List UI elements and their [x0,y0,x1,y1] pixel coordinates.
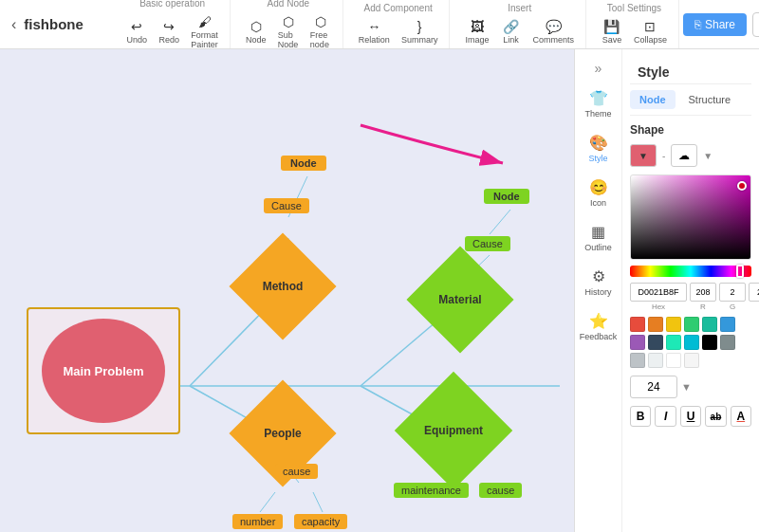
outline-icon: ▦ [591,223,605,241]
tool-settings-group: Tool Settings 💾Save ⊡Collapse [590,0,679,48]
undo-button[interactable]: ↩Undo [122,17,151,46]
insert-items: 🖼Image 🔗Link 💬Comments [461,17,578,46]
insert-label: Insert [508,3,531,13]
node1-rect[interactable]: Node [281,156,326,171]
node-button[interactable]: ⬡Node [242,17,270,46]
format-painter-icon: 🖌 [195,14,214,29]
icon-icon-item[interactable]: 😊 Icon [578,173,620,213]
font-size-dropdown-icon[interactable]: ▼ [681,381,692,393]
g-label: G [730,303,735,311]
outline-icon-item[interactable]: ▦ Outline [578,217,620,258]
color-swatch[interactable] [630,317,645,332]
font-size-input[interactable] [630,376,677,398]
main-problem-node[interactable]: Main Problem [27,307,180,434]
collapse-icon: ⊡ [640,19,659,34]
node2-rect[interactable]: Node [484,189,529,204]
panel-title: Style [638,64,669,80]
underline-button[interactable]: U [680,406,701,427]
color-swatch[interactable] [648,335,663,350]
export-button[interactable]: 📤 Export [752,12,759,37]
canvas[interactable]: Main Problem Method Material People Equi… [0,49,574,532]
cause2-rect[interactable]: Cause [465,236,510,251]
color-picker-gradient[interactable] [630,174,751,260]
b-input[interactable] [749,283,759,302]
add-node-label: Add Node [268,0,309,9]
main-problem-label: Main Problem [63,364,143,378]
color-picker-cursor [737,181,747,191]
image-label: Image [465,35,489,45]
color-swatch[interactable] [666,335,681,350]
fill-icon: ▼ [639,151,648,161]
comments-label: Comments [532,35,574,45]
image-button[interactable]: 🖼Image [461,17,492,46]
svg-line-11 [313,492,323,512]
strikethrough-button[interactable]: ab [705,406,726,427]
r-input[interactable] [690,283,716,302]
color-swatch[interactable] [702,335,717,350]
color-swatch[interactable] [684,317,699,332]
material-node[interactable]: Material [408,269,512,330]
color-hue-cursor [736,265,744,278]
back-button[interactable]: ‹ [8,12,20,37]
basic-operation-items: ↩Undo ↪Redo 🖌Format Painter [122,12,222,51]
sub-node-button[interactable]: ⬡Sub Node [274,12,303,51]
cause4-rect[interactable]: cause [479,483,522,498]
method-node[interactable]: Method [235,258,330,315]
cause3-rect[interactable]: cause [275,464,318,479]
color-hue-bar[interactable] [630,266,751,277]
r-label: R [700,303,706,311]
font-format-row: B I U ab A [630,406,751,427]
history-icon-item[interactable]: ⚙ History [578,262,620,303]
save-button[interactable]: 💾Save [598,17,626,46]
relation-button[interactable]: ↔Relation [355,17,394,46]
share-button[interactable]: ⎘ Share [683,13,747,36]
link-button[interactable]: 🔗Link [496,17,525,46]
color-swatch[interactable] [648,317,663,332]
font-color-button[interactable]: A [731,406,751,427]
color-swatch[interactable] [666,353,681,368]
color-swatch[interactable] [630,353,645,368]
color-swatch[interactable] [648,353,663,368]
hex-input[interactable] [630,283,687,302]
color-swatch[interactable] [720,335,735,350]
share-label: Share [705,18,735,31]
maintenance-rect[interactable]: maintenance [394,483,469,498]
color-swatch[interactable] [720,317,735,332]
summary-button[interactable]: }Summary [398,17,442,46]
comments-button[interactable]: 💬Comments [528,17,578,46]
separator: - [662,151,665,161]
people-label: People [264,427,301,440]
cause1-rect[interactable]: Cause [264,198,309,213]
g-input[interactable] [719,283,746,302]
italic-button[interactable]: I [655,406,676,427]
color-swatch[interactable] [666,317,681,332]
panel-expand-button[interactable]: » [591,57,606,80]
tool-settings-items: 💾Save ⊡Collapse [598,17,671,46]
redo-label: Redo [159,35,180,45]
tab-node[interactable]: Node [630,90,676,109]
fill-color-button[interactable]: ▼ [630,144,657,167]
panel-tabs: Node Structure [630,90,751,116]
feedback-icon-item[interactable]: ⭐ Feedback [578,306,620,347]
equipment-node[interactable]: Equipment [397,400,510,461]
color-swatch[interactable] [702,317,717,332]
main-area: Main Problem Method Material People Equi… [0,49,759,532]
stroke-color-button[interactable]: ☁ [671,144,697,167]
tab-structure[interactable]: Structure [679,90,741,109]
style-icon: 🎨 [589,134,608,152]
format-painter-button[interactable]: 🖌Format Painter [187,12,222,51]
font-size-row: ▼ [630,376,751,398]
redo-button[interactable]: ↪Redo [155,17,183,46]
number-rect[interactable]: number [232,514,283,529]
color-swatch[interactable] [684,353,699,368]
collapse-button[interactable]: ⊡Collapse [630,17,671,46]
feedback-label: Feedback [580,332,618,341]
style-icon-item[interactable]: 🎨 Style [578,128,620,169]
capacity-rect[interactable]: capacity [294,514,347,529]
people-node[interactable]: People [235,405,330,462]
color-swatch[interactable] [630,335,645,350]
bold-button[interactable]: B [630,406,651,427]
theme-icon-item[interactable]: 👕 Theme [578,83,620,124]
color-swatch[interactable] [684,335,699,350]
free-node-button[interactable]: ⬡Free node [306,12,335,51]
